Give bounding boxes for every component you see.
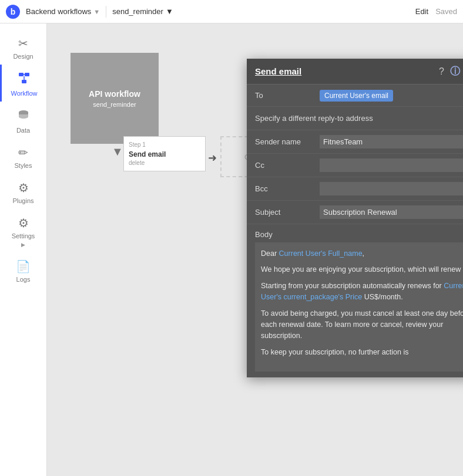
cc-row: Cc <box>247 154 463 177</box>
bcc-input[interactable] <box>320 182 463 195</box>
arrow-right-icon: ➜ <box>208 151 217 164</box>
question-icon[interactable]: ? <box>439 66 444 77</box>
sidebar-item-design[interactable]: ✂ Design <box>0 29 46 65</box>
sidebar: ✂ Design Workflow <box>0 23 47 476</box>
saved-status: Saved <box>435 7 457 16</box>
sidebar-label-plugins: Plugins <box>12 197 33 204</box>
body-greeting: Dear Current User's Full_name, <box>261 248 463 259</box>
modal-header-icons: ? ⓘ 💬 ✕ <box>439 65 463 78</box>
styles-icon: ✏ <box>18 146 28 160</box>
reply-to-row: Specify a different reply-to address <box>247 107 463 130</box>
design-icon: ✂ <box>18 36 28 50</box>
workflow-name-chevron: ▼ <box>166 7 173 16</box>
cc-label: Cc <box>255 161 320 170</box>
subject-row: Subject <box>247 201 463 224</box>
modal-title: Send email <box>255 66 301 76</box>
app-logo: b <box>6 5 20 19</box>
logs-icon: 📄 <box>16 259 31 274</box>
to-value[interactable]: Current User's email <box>320 90 463 102</box>
body-label: Body <box>255 230 463 239</box>
sender-row: Sender name <box>247 130 463 154</box>
body-para1: We hope you are enjoying your subscripti… <box>261 264 463 275</box>
sidebar-item-data[interactable]: Data <box>0 102 46 139</box>
canvas: API workflow send_reminder ▼ Step 1 Send… <box>47 23 463 476</box>
to-tag[interactable]: Current User's email <box>320 90 393 102</box>
top-bar-divider <box>106 6 106 18</box>
sidebar-label-logs: Logs <box>16 276 31 283</box>
settings-arrow: ▶ <box>21 242 25 248</box>
workflow-icon <box>18 72 31 87</box>
reply-to-label: Specify a different reply-to address <box>255 114 463 123</box>
bcc-value-wrapper <box>320 182 463 195</box>
sidebar-item-styles[interactable]: ✏ Styles <box>0 139 46 174</box>
body-para3: To avoid being charged, you must cancel … <box>261 308 463 342</box>
bcc-label: Bcc <box>255 184 320 193</box>
settings-icon: ⚙ <box>18 216 29 230</box>
step-action: Send email <box>129 150 200 158</box>
body-section: Body Dear Current User's Full_name, We h… <box>247 224 463 377</box>
to-row: To Current User's email <box>247 85 463 107</box>
workflow-name-label: send_reminder <box>112 7 163 16</box>
app-name-chevron: ▼ <box>93 8 100 15</box>
sidebar-label-data: Data <box>16 127 30 134</box>
body-para4: To keep your subscription, no further ac… <box>261 347 463 358</box>
bcc-row: Bcc <box>247 177 463 201</box>
info-icon[interactable]: ⓘ <box>450 65 460 78</box>
subject-input[interactable] <box>320 205 463 219</box>
sidebar-label-styles: Styles <box>15 162 32 169</box>
sender-label: Sender name <box>255 137 320 146</box>
sidebar-label-settings: Settings <box>12 232 35 239</box>
step-box[interactable]: Step 1 Send email delete <box>123 136 206 171</box>
api-workflow-title: API workflow <box>89 89 140 99</box>
app-name-section[interactable]: Backend workflows ▼ <box>26 7 100 16</box>
sidebar-item-settings[interactable]: ⚙ Settings ▶ <box>0 209 46 252</box>
send-email-modal: Send email ? ⓘ 💬 ✕ To Current User's ema… <box>247 59 463 377</box>
svg-rect-2 <box>22 80 26 83</box>
api-workflow-sub: send_reminder <box>93 101 136 108</box>
modal-header: Send email ? ⓘ 💬 ✕ <box>247 59 463 85</box>
subject-label: Subject <box>255 208 320 217</box>
sender-input[interactable] <box>320 135 463 148</box>
greeting-link[interactable]: Current User's Full_name <box>279 249 363 258</box>
sidebar-item-logs[interactable]: 📄 Logs <box>0 252 46 288</box>
workflow-name-section[interactable]: send_reminder ▼ <box>112 7 173 16</box>
data-icon <box>17 109 30 124</box>
top-bar-actions: Edit Saved <box>415 7 457 16</box>
subject-value-wrapper <box>320 205 463 219</box>
sender-value-wrapper <box>320 135 463 148</box>
main-layout: ✂ Design Workflow <box>0 23 463 476</box>
sidebar-item-plugins[interactable]: ⚙ Plugins <box>0 174 46 209</box>
down-arrow-icon: ▼ <box>112 145 123 158</box>
body-para2: Starting from your subscription automati… <box>261 281 463 303</box>
to-label: To <box>255 91 320 100</box>
body-content[interactable]: Dear Current User's Full_name, We hope y… <box>255 242 463 372</box>
edit-button[interactable]: Edit <box>415 7 428 16</box>
sidebar-label-design: Design <box>13 53 33 60</box>
plugins-icon: ⚙ <box>18 181 29 195</box>
top-bar: b Backend workflows ▼ send_reminder ▼ Ed… <box>0 0 463 23</box>
sidebar-label-workflow: Workflow <box>11 90 37 97</box>
step-label: Step 1 <box>129 141 200 148</box>
cc-input[interactable] <box>320 158 463 172</box>
step-delete-button[interactable]: delete <box>129 160 200 166</box>
modal-body: To Current User's email Specify a differ… <box>247 85 463 377</box>
api-workflow-box: API workflow send_reminder <box>71 53 159 144</box>
cc-value-wrapper <box>320 158 463 172</box>
app-name-label: Backend workflows <box>26 7 91 16</box>
sidebar-item-workflow[interactable]: Workflow <box>0 65 46 102</box>
